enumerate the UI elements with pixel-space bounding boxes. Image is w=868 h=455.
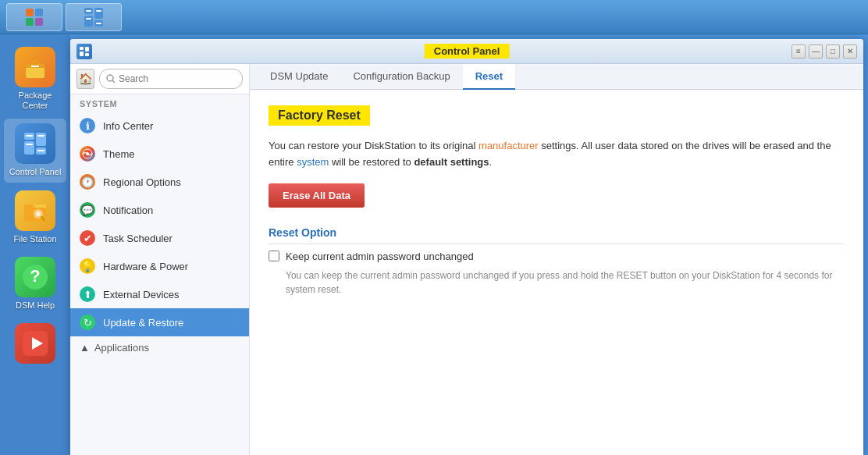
tab-dsm-update[interactable]: DSM Update bbox=[258, 64, 340, 90]
window-close-btn[interactable]: ✕ bbox=[843, 44, 857, 59]
search-input[interactable] bbox=[99, 69, 243, 89]
window-title: Control Panel bbox=[425, 44, 510, 59]
desktop: Package Center Control Panel bbox=[0, 34, 868, 455]
window-controls: ≡ — □ ✕ bbox=[792, 44, 857, 59]
svg-rect-18 bbox=[36, 133, 46, 146]
package-center-icon bbox=[15, 47, 55, 87]
sidebar-icons: Package Center Control Panel bbox=[0, 34, 70, 455]
factory-reset-description: You can restore your DiskStation to its … bbox=[269, 138, 845, 171]
keep-password-label[interactable]: Keep current admin password unchanged bbox=[286, 251, 474, 262]
svg-rect-5 bbox=[84, 16, 93, 27]
svg-point-37 bbox=[86, 152, 89, 155]
nav-item-regional-options[interactable]: 🕐 Regional Options bbox=[70, 168, 249, 196]
update-restore-icon: ↻ bbox=[80, 315, 95, 330]
info-center-icon: ℹ bbox=[80, 118, 95, 133]
svg-rect-35 bbox=[85, 53, 89, 56]
external-devices-icon: ⬆ bbox=[80, 286, 95, 302]
nav-item-update-restore-label: Update & Restore bbox=[103, 317, 183, 329]
sidebar-app-file-station-label: File Station bbox=[13, 234, 56, 244]
svg-rect-15 bbox=[31, 66, 39, 67]
sidebar-app-control-panel-label: Control Panel bbox=[9, 167, 62, 177]
sidebar-app-package-center-label: Package Center bbox=[7, 91, 63, 111]
reset-option-title: Reset Option bbox=[269, 226, 845, 244]
keep-password-checkbox[interactable] bbox=[269, 251, 279, 261]
taskbar-app-control-panel[interactable] bbox=[66, 3, 122, 31]
file-station-icon bbox=[15, 190, 55, 231]
sidebar-app-control-panel[interactable]: Control Panel bbox=[4, 119, 66, 182]
taskbar bbox=[0, 0, 868, 34]
highlight-system: system bbox=[297, 156, 329, 168]
collapse-icon: ▲ bbox=[80, 342, 90, 354]
reset-hint-text: You can keep the current admin password … bbox=[286, 268, 845, 297]
svg-rect-17 bbox=[24, 141, 34, 155]
nav-item-update-restore[interactable]: ↻ Update & Restore bbox=[70, 308, 249, 336]
svg-rect-33 bbox=[80, 52, 84, 56]
hardware-power-icon: 💡 bbox=[80, 258, 95, 274]
notification-icon: 💬 bbox=[80, 202, 95, 218]
sidebar-app-package-center[interactable]: Package Center bbox=[4, 42, 66, 116]
svg-rect-1 bbox=[35, 9, 43, 16]
nav-item-hardware-power-label: Hardware & Power bbox=[103, 261, 188, 272]
content-body: Factory Reset You can restore your DiskS… bbox=[250, 90, 863, 455]
factory-reset-title: Factory Reset bbox=[269, 105, 370, 126]
window-restore-btn[interactable]: □ bbox=[826, 44, 840, 59]
nav-item-hardware-power[interactable]: 💡 Hardware & Power bbox=[70, 252, 249, 280]
svg-rect-34 bbox=[85, 47, 89, 52]
nav-item-notification-label: Notification bbox=[103, 204, 153, 216]
nav-item-task-scheduler-label: Task Scheduler bbox=[103, 233, 173, 244]
tab-reset[interactable]: Reset bbox=[463, 64, 515, 90]
svg-rect-22 bbox=[37, 135, 44, 137]
nav-item-external-devices-label: External Devices bbox=[103, 289, 180, 300]
erase-all-data-button[interactable]: Erase All Data bbox=[269, 183, 365, 208]
dsm-help-icon: ? bbox=[15, 257, 55, 297]
window-title-icon bbox=[76, 44, 92, 59]
regional-options-icon: 🕐 bbox=[80, 174, 95, 190]
nav-item-info-center-label: Info Center bbox=[103, 120, 153, 132]
taskbar-app-grid[interactable] bbox=[6, 3, 62, 31]
nav-applications-section[interactable]: ▲ Applications bbox=[70, 336, 249, 359]
sidebar-app-dsm-help-label: DSM Help bbox=[16, 300, 55, 311]
nav-item-regional-options-label: Regional Options bbox=[103, 176, 181, 188]
svg-rect-23 bbox=[37, 150, 44, 151]
sidebar-app-file-station[interactable]: File Station bbox=[4, 186, 66, 249]
theme-icon bbox=[80, 146, 95, 162]
nav-item-external-devices[interactable]: ⬆ External Devices bbox=[70, 280, 249, 308]
svg-rect-0 bbox=[26, 9, 34, 16]
svg-rect-6 bbox=[94, 8, 103, 19]
control-panel-window: Control Panel ≡ — □ ✕ 🏠 System ℹ Info Ce… bbox=[70, 39, 863, 455]
nav-item-task-scheduler[interactable]: ✔ Task Scheduler bbox=[70, 224, 249, 252]
svg-rect-3 bbox=[35, 18, 43, 26]
control-panel-icon bbox=[15, 123, 55, 164]
svg-rect-8 bbox=[86, 10, 91, 12]
window-body: 🏠 System ℹ Info Center bbox=[70, 64, 863, 455]
highlight-default: default settings bbox=[414, 156, 489, 168]
window-titlebar: Control Panel ≡ — □ ✕ bbox=[70, 39, 863, 64]
nav-section-system: System bbox=[70, 94, 249, 112]
task-scheduler-icon: ✔ bbox=[80, 230, 95, 246]
highlight-manufacturer: manufacturer bbox=[478, 140, 539, 151]
keep-password-row: Keep current admin password unchanged bbox=[269, 251, 845, 262]
nav-item-info-center[interactable]: ℹ Info Center bbox=[70, 112, 249, 140]
nav-item-theme[interactable]: Theme bbox=[70, 140, 249, 168]
applications-label: Applications bbox=[94, 342, 149, 354]
sidebar-app-video[interactable] bbox=[4, 318, 66, 371]
tab-config-backup[interactable]: Configuration Backup bbox=[340, 64, 462, 90]
window-minimize-btn[interactable]: — bbox=[809, 44, 823, 59]
svg-rect-20 bbox=[26, 135, 33, 137]
nav-item-notification[interactable]: 💬 Notification bbox=[70, 196, 249, 224]
svg-text:?: ? bbox=[30, 266, 40, 286]
nav-item-theme-label: Theme bbox=[103, 148, 134, 160]
svg-rect-2 bbox=[26, 18, 34, 26]
svg-rect-11 bbox=[96, 23, 101, 24]
sidebar-app-dsm-help[interactable]: ? DSM Help bbox=[4, 252, 66, 315]
svg-rect-10 bbox=[96, 10, 101, 12]
window-menu-btn[interactable]: ≡ bbox=[792, 44, 806, 59]
nav-home-btn[interactable]: 🏠 bbox=[76, 69, 94, 89]
left-nav: 🏠 System ℹ Info Center bbox=[70, 64, 250, 455]
svg-rect-21 bbox=[26, 144, 33, 145]
content-area: DSM Update Configuration Backup Reset Fa… bbox=[250, 64, 863, 455]
svg-point-26 bbox=[36, 212, 41, 216]
tabs-bar: DSM Update Configuration Backup Reset bbox=[250, 64, 863, 90]
nav-search-bar: 🏠 bbox=[70, 64, 249, 94]
svg-rect-9 bbox=[86, 18, 91, 20]
